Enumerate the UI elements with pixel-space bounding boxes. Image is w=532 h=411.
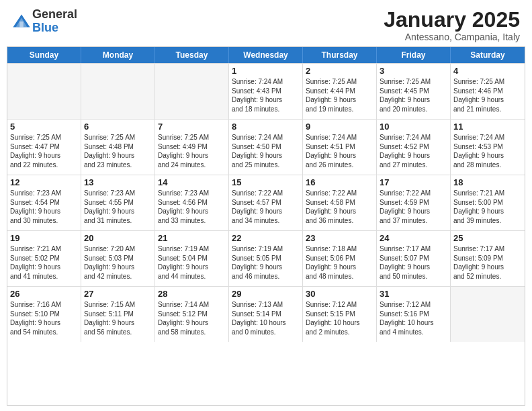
day-info: Sunrise: 7:24 AM Sunset: 4:43 PM Dayligh… [232,77,300,113]
day-number: 16 [306,177,373,187]
day-info: Sunrise: 7:14 AM Sunset: 5:12 PM Dayligh… [158,300,226,336]
day-info: Sunrise: 7:22 AM Sunset: 4:57 PM Dayligh… [232,189,300,225]
day-cell-15: 15Sunrise: 7:22 AM Sunset: 4:57 PM Dayli… [229,175,303,230]
day-number: 23 [306,233,373,243]
day-number: 11 [453,122,522,132]
day-number: 25 [453,233,522,243]
weekday-header-saturday: Saturday [451,47,525,63]
day-info: Sunrise: 7:19 AM Sunset: 5:04 PM Dayligh… [158,244,226,281]
day-info: Sunrise: 7:22 AM Sunset: 4:59 PM Dayligh… [380,189,447,225]
day-cell-3: 3Sunrise: 7:25 AM Sunset: 4:45 PM Daylig… [377,64,451,119]
weekday-header-wednesday: Wednesday [229,47,303,63]
day-info: Sunrise: 7:22 AM Sunset: 4:58 PM Dayligh… [306,189,373,225]
day-info: Sunrise: 7:25 AM Sunset: 4:48 PM Dayligh… [84,133,152,169]
day-cell-2: 2Sunrise: 7:25 AM Sunset: 4:44 PM Daylig… [303,64,377,119]
day-cell-11: 11Sunrise: 7:24 AM Sunset: 4:53 PM Dayli… [451,120,525,175]
day-info: Sunrise: 7:21 AM Sunset: 5:00 PM Dayligh… [453,189,522,225]
day-cell-21: 21Sunrise: 7:19 AM Sunset: 5:04 PM Dayli… [155,231,229,286]
weekday-header-tuesday: Tuesday [155,47,229,63]
day-number: 10 [380,122,447,132]
day-number: 12 [10,177,78,187]
day-cell-28: 28Sunrise: 7:14 AM Sunset: 5:12 PM Dayli… [155,287,229,342]
day-info: Sunrise: 7:15 AM Sunset: 5:11 PM Dayligh… [84,300,152,336]
day-info: Sunrise: 7:25 AM Sunset: 4:44 PM Dayligh… [306,77,373,113]
day-number: 2 [306,66,373,76]
day-cell-30: 30Sunrise: 7:12 AM Sunset: 5:15 PM Dayli… [303,287,377,342]
logo-general-text: General [32,8,77,21]
calendar-row-1: 1Sunrise: 7:24 AM Sunset: 4:43 PM Daylig… [7,63,525,119]
day-cell-27: 27Sunrise: 7:15 AM Sunset: 5:11 PM Dayli… [81,287,155,342]
day-number: 30 [306,289,373,299]
day-number: 22 [232,233,300,243]
day-number: 1 [232,66,300,76]
title-block: January 2025 Antessano, Campania, Italy [384,8,520,42]
day-info: Sunrise: 7:16 AM Sunset: 5:10 PM Dayligh… [10,300,78,336]
day-cell-19: 19Sunrise: 7:21 AM Sunset: 5:02 PM Dayli… [7,231,81,286]
day-cell-empty-0-2 [155,64,229,119]
day-number: 5 [10,122,78,132]
day-info: Sunrise: 7:25 AM Sunset: 4:49 PM Dayligh… [158,133,226,169]
day-info: Sunrise: 7:23 AM Sunset: 4:56 PM Dayligh… [158,189,226,225]
day-cell-22: 22Sunrise: 7:19 AM Sunset: 5:05 PM Dayli… [229,231,303,286]
day-number: 21 [158,233,226,243]
day-cell-empty-0-1 [81,64,155,119]
day-info: Sunrise: 7:24 AM Sunset: 4:51 PM Dayligh… [306,133,373,169]
day-cell-8: 8Sunrise: 7:24 AM Sunset: 4:50 PM Daylig… [229,120,303,175]
day-number: 4 [453,66,522,76]
day-number: 7 [158,122,226,132]
day-number: 19 [10,233,78,243]
day-cell-empty-4-6 [451,287,525,342]
weekday-header-thursday: Thursday [303,47,377,63]
day-cell-13: 13Sunrise: 7:23 AM Sunset: 4:55 PM Dayli… [81,175,155,230]
weekday-header-friday: Friday [377,47,451,63]
day-cell-12: 12Sunrise: 7:23 AM Sunset: 4:54 PM Dayli… [7,175,81,230]
day-cell-5: 5Sunrise: 7:25 AM Sunset: 4:47 PM Daylig… [7,120,81,175]
logo-icon [12,12,31,31]
day-cell-empty-0-0 [7,64,81,119]
calendar-body: 1Sunrise: 7:24 AM Sunset: 4:43 PM Daylig… [7,63,525,342]
day-cell-24: 24Sunrise: 7:17 AM Sunset: 5:07 PM Dayli… [377,231,451,286]
day-cell-9: 9Sunrise: 7:24 AM Sunset: 4:51 PM Daylig… [303,120,377,175]
day-cell-1: 1Sunrise: 7:24 AM Sunset: 4:43 PM Daylig… [229,64,303,119]
day-number: 31 [380,289,447,299]
day-info: Sunrise: 7:23 AM Sunset: 4:54 PM Dayligh… [10,189,78,225]
day-number: 13 [84,177,152,187]
day-info: Sunrise: 7:12 AM Sunset: 5:15 PM Dayligh… [306,300,373,336]
calendar-row-5: 26Sunrise: 7:16 AM Sunset: 5:10 PM Dayli… [7,286,525,342]
day-number: 9 [306,122,373,132]
day-number: 20 [84,233,152,243]
day-number: 8 [232,122,300,132]
day-cell-31: 31Sunrise: 7:12 AM Sunset: 5:16 PM Dayli… [377,287,451,342]
calendar: SundayMondayTuesdayWednesdayThursdayFrid… [7,46,525,406]
day-number: 3 [380,66,447,76]
day-info: Sunrise: 7:21 AM Sunset: 5:02 PM Dayligh… [10,244,78,281]
header: General Blue January 2025 Antessano, Cam… [0,0,532,46]
day-info: Sunrise: 7:20 AM Sunset: 5:03 PM Dayligh… [84,244,152,281]
day-info: Sunrise: 7:24 AM Sunset: 4:52 PM Dayligh… [380,133,447,169]
day-number: 27 [84,289,152,299]
day-cell-25: 25Sunrise: 7:17 AM Sunset: 5:09 PM Dayli… [451,231,525,286]
day-info: Sunrise: 7:12 AM Sunset: 5:16 PM Dayligh… [380,300,447,336]
day-cell-7: 7Sunrise: 7:25 AM Sunset: 4:49 PM Daylig… [155,120,229,175]
day-cell-6: 6Sunrise: 7:25 AM Sunset: 4:48 PM Daylig… [81,120,155,175]
day-cell-20: 20Sunrise: 7:20 AM Sunset: 5:03 PM Dayli… [81,231,155,286]
day-number: 18 [453,177,522,187]
day-info: Sunrise: 7:13 AM Sunset: 5:14 PM Dayligh… [232,300,300,336]
page: General Blue January 2025 Antessano, Cam… [0,0,532,411]
logo-blue-text: Blue [32,21,77,35]
day-number: 14 [158,177,226,187]
day-info: Sunrise: 7:18 AM Sunset: 5:06 PM Dayligh… [306,244,373,281]
day-cell-17: 17Sunrise: 7:22 AM Sunset: 4:59 PM Dayli… [377,175,451,230]
day-cell-10: 10Sunrise: 7:24 AM Sunset: 4:52 PM Dayli… [377,120,451,175]
calendar-header: SundayMondayTuesdayWednesdayThursdayFrid… [7,47,525,63]
day-cell-14: 14Sunrise: 7:23 AM Sunset: 4:56 PM Dayli… [155,175,229,230]
day-number: 24 [380,233,447,243]
svg-rect-2 [19,21,24,27]
day-info: Sunrise: 7:19 AM Sunset: 5:05 PM Dayligh… [232,244,300,281]
day-number: 29 [232,289,300,299]
day-cell-4: 4Sunrise: 7:25 AM Sunset: 4:46 PM Daylig… [451,64,525,119]
day-info: Sunrise: 7:25 AM Sunset: 4:46 PM Dayligh… [453,77,522,113]
day-info: Sunrise: 7:24 AM Sunset: 4:50 PM Dayligh… [232,133,300,169]
day-cell-16: 16Sunrise: 7:22 AM Sunset: 4:58 PM Dayli… [303,175,377,230]
location: Antessano, Campania, Italy [384,32,520,42]
